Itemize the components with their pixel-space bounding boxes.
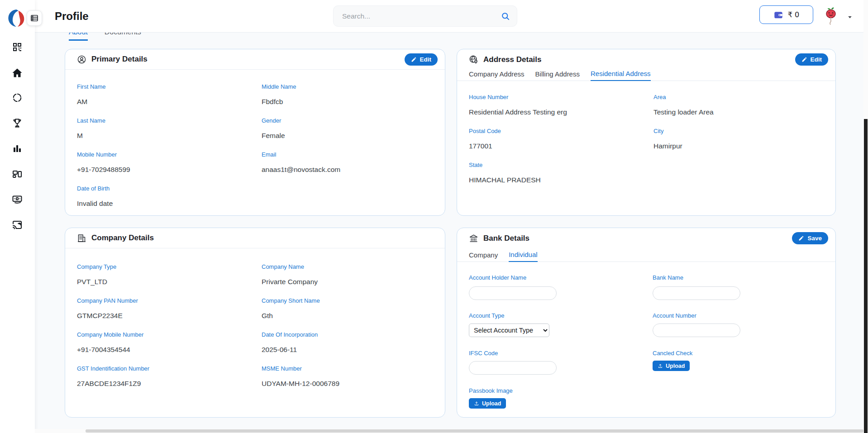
field-mobile-number: Mobile Number +91-7029488599	[77, 151, 130, 174]
field-postal-code: Postal Code 177001	[469, 128, 501, 150]
loader-circle-icon	[12, 92, 23, 103]
sidebar-item-trophy[interactable]	[12, 118, 23, 128]
tab-documents[interactable]: Documents	[105, 33, 141, 41]
bank-tabs: Company Individual	[457, 248, 835, 262]
sidebar-item-payout[interactable]	[12, 219, 23, 230]
tab-company-address[interactable]: Company Address	[469, 70, 525, 81]
cast-icon	[12, 219, 23, 230]
field-label: Company Name	[262, 263, 318, 270]
field-house-number: House Number Residential Address Testing…	[469, 94, 567, 116]
field-label: IFSC Code	[469, 350, 498, 357]
tab-residential-address[interactable]: Residential Address	[591, 70, 651, 81]
company-details-title: Company Details	[91, 233, 154, 243]
avatar-radish-image	[820, 6, 841, 27]
upload-label: Upload	[666, 363, 685, 369]
pencil-icon	[798, 235, 804, 241]
field-company-type: Company Type PVT_LTD	[77, 263, 116, 286]
tab-about[interactable]: About	[69, 33, 88, 41]
field-value: AM	[77, 97, 106, 106]
wallet-button[interactable]: ₹ 0	[759, 5, 813, 24]
bank-details-header: Bank Details Save	[457, 228, 835, 248]
bank-save-label: Save	[807, 235, 822, 242]
app-logo[interactable]	[7, 9, 26, 28]
bank-details-title: Bank Details	[483, 234, 529, 243]
field-value: GTMCP2234E	[77, 311, 138, 320]
sidebar-item-home[interactable]	[12, 67, 23, 78]
tab-billing-address[interactable]: Billing Address	[535, 70, 580, 81]
field-label: Cancled Check	[653, 350, 692, 357]
vertical-scrollbar-thumb[interactable]	[864, 119, 868, 433]
field-label: Account Holder Name	[469, 274, 526, 281]
field-area: Area Testing loader Area	[653, 94, 714, 116]
field-company-pan: Company PAN Number GTMCP2234E	[77, 297, 138, 320]
globe-pin-icon	[469, 55, 478, 64]
sidebar-item-loader[interactable]	[12, 92, 23, 103]
avatar[interactable]	[820, 6, 841, 27]
field-middle-name: Middle Name Fbdfcb	[262, 83, 296, 106]
field-value: Residential Address Testing erg	[469, 108, 567, 116]
account-holder-input[interactable]	[469, 286, 557, 300]
primary-details-title: Primary Details	[91, 55, 148, 64]
primary-details-header: Primary Details Edit	[65, 49, 445, 70]
field-label: Company Type	[77, 263, 116, 270]
qr-code-icon	[12, 42, 23, 52]
ifsc-code-input[interactable]	[469, 361, 557, 375]
sidebar-toggle-button[interactable]	[27, 10, 42, 26]
wallet-amount: ₹ 0	[788, 10, 799, 19]
wallet-icon	[773, 10, 783, 20]
field-value: PVT_LTD	[77, 277, 116, 286]
field-value: Hamirpur	[653, 142, 682, 150]
field-gst-number: GST Indentification Number 27ABCDE1234F1…	[77, 365, 149, 388]
field-value: M	[77, 131, 105, 140]
page-tabs: About Documents	[69, 33, 141, 41]
field-value: Privarte Company	[262, 277, 318, 286]
field-company-name: Company Name Privarte Company	[262, 263, 318, 286]
address-edit-button[interactable]: Edit	[795, 53, 829, 66]
tab-bank-individual[interactable]: Individual	[509, 251, 537, 262]
address-details-card: Address Details Edit Company Address Bil…	[457, 49, 836, 216]
cancled-check-group: Cancled Check	[653, 350, 692, 357]
field-incorporation-date: Date Of Incorporation 2025-06-11	[262, 331, 318, 354]
primary-edit-label: Edit	[420, 56, 432, 63]
field-label: Account Number	[653, 312, 696, 319]
field-label: House Number	[469, 94, 567, 100]
field-label: Email	[262, 151, 340, 158]
search-input[interactable]	[334, 6, 517, 26]
banknote-icon	[12, 194, 23, 205]
address-details-header: Address Details Edit	[457, 49, 835, 70]
cancled-check-upload-button[interactable]: Upload	[653, 361, 690, 371]
field-label: Gender	[262, 117, 285, 124]
field-label: MSME Number	[262, 365, 339, 372]
horizontal-scrollbar-thumb[interactable]	[86, 429, 863, 433]
field-value: 177001	[469, 142, 501, 150]
field-value: Invalid date	[77, 199, 113, 208]
address-edit-label: Edit	[811, 56, 822, 63]
search-icon[interactable]	[501, 12, 510, 21]
layout-icon	[12, 168, 23, 179]
field-label: Account Type	[469, 312, 505, 319]
company-details-header: Company Details	[65, 228, 445, 248]
field-state: State HIMACHAL PRADESH	[469, 162, 541, 184]
account-type-select[interactable]: Select Account Type	[469, 324, 549, 337]
main-content: About Documents Primary Details Edit	[35, 33, 863, 429]
field-label: City	[653, 128, 682, 134]
person-circle-icon	[77, 55, 86, 64]
sidebar-item-analytics[interactable]	[12, 143, 23, 154]
building-icon	[77, 233, 86, 243]
primary-details-card: Primary Details Edit First Name AM Middl…	[65, 49, 445, 216]
tab-bank-company[interactable]: Company	[469, 251, 498, 262]
chevron-down-icon[interactable]	[847, 14, 853, 20]
field-label: Mobile Number	[77, 151, 130, 158]
sidebar-item-cash[interactable]	[12, 194, 23, 205]
bank-name-input[interactable]	[653, 286, 740, 300]
trophy-icon	[12, 118, 23, 128]
pencil-icon	[411, 57, 417, 62]
sidebar-item-layout[interactable]	[12, 168, 23, 179]
field-company-mobile: Company Mobile Number +91-7004354544	[77, 331, 143, 354]
field-value: Fbdfcb	[262, 97, 296, 106]
bank-save-button[interactable]: Save	[792, 232, 828, 244]
account-number-input[interactable]	[653, 324, 740, 337]
passbook-upload-button[interactable]: Upload	[469, 398, 506, 409]
primary-edit-button[interactable]: Edit	[405, 53, 438, 66]
sidebar-item-qr[interactable]	[12, 42, 23, 52]
